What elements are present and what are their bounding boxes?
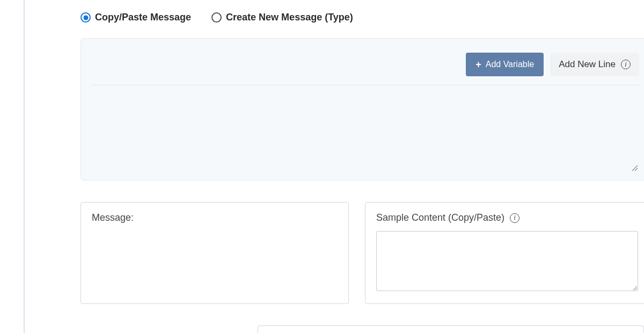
sample-content-textarea[interactable] bbox=[376, 231, 638, 291]
message-mode-radio-group: Copy/Paste Message Create New Message (T… bbox=[80, 12, 644, 23]
add-new-line-button[interactable]: Add New Line i bbox=[550, 53, 639, 76]
sidebar-divider bbox=[24, 0, 25, 333]
lower-panels: Message: Sample Content (Copy/Paste) i bbox=[80, 202, 644, 304]
radio-unselected-icon bbox=[211, 12, 222, 23]
message-preview-panel: Message: bbox=[80, 202, 349, 304]
message-label: Message: bbox=[92, 212, 338, 223]
add-variable-label: Add Variable bbox=[486, 60, 534, 69]
radio-selected-icon bbox=[80, 12, 91, 23]
radio-create-new[interactable]: Create New Message (Type) bbox=[211, 12, 353, 23]
resize-handle-icon bbox=[631, 164, 638, 171]
sample-content-label-row: Sample Content (Copy/Paste) i bbox=[376, 212, 638, 223]
message-editor-area[interactable] bbox=[91, 86, 639, 172]
sample-content-panel: Sample Content (Copy/Paste) i bbox=[365, 202, 644, 304]
add-new-line-label: Add New Line bbox=[559, 59, 616, 70]
radio-create-new-label: Create New Message (Type) bbox=[226, 12, 353, 23]
main-content: Copy/Paste Message Create New Message (T… bbox=[80, 12, 644, 304]
svg-line-0 bbox=[632, 165, 638, 171]
editor-toolbar: + Add Variable Add New Line i bbox=[91, 48, 639, 85]
svg-line-1 bbox=[635, 168, 638, 171]
info-icon[interactable]: i bbox=[510, 213, 519, 223]
bottom-panel-partial bbox=[258, 325, 644, 333]
radio-copy-paste-label: Copy/Paste Message bbox=[95, 12, 191, 23]
info-icon: i bbox=[621, 60, 631, 69]
radio-copy-paste[interactable]: Copy/Paste Message bbox=[80, 12, 191, 23]
add-variable-button[interactable]: + Add Variable bbox=[466, 53, 544, 76]
message-editor-container: + Add Variable Add New Line i bbox=[80, 38, 644, 180]
plus-icon: + bbox=[475, 60, 481, 69]
sample-content-label: Sample Content (Copy/Paste) bbox=[376, 212, 504, 223]
